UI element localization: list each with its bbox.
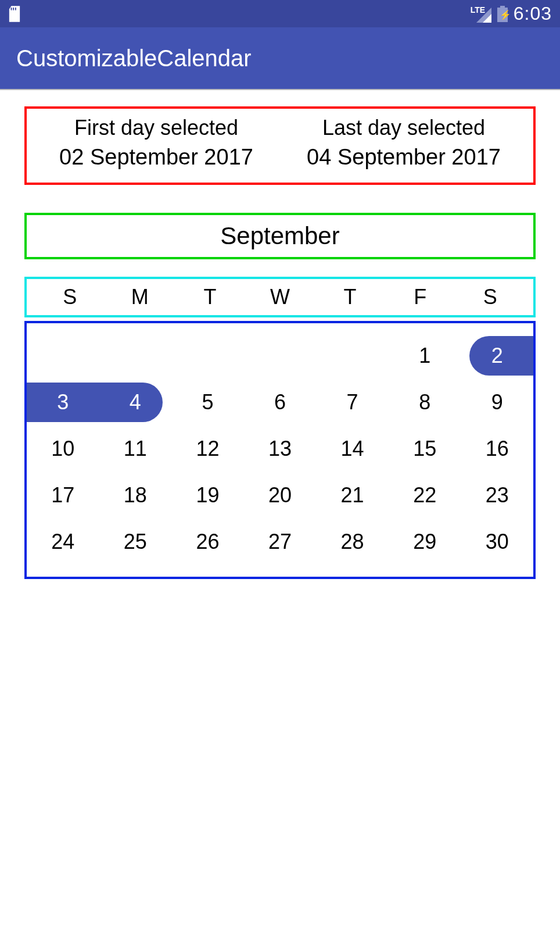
- calendar-day[interactable]: 22: [389, 483, 461, 508]
- day-number: 16: [486, 437, 509, 461]
- calendar-day[interactable]: 26: [171, 530, 244, 554]
- status-bar: LTE ⚡ 6:03: [0, 0, 560, 27]
- month-header[interactable]: September: [24, 213, 536, 259]
- day-number: 28: [341, 530, 364, 554]
- calendar-day[interactable]: 8: [389, 390, 461, 415]
- calendar-day[interactable]: 2: [461, 344, 533, 368]
- calendar-day[interactable]: 10: [27, 437, 99, 461]
- calendar-row: 3456789: [27, 379, 533, 426]
- weekday-wed: W: [245, 285, 315, 309]
- calendar-day[interactable]: 16: [461, 437, 533, 461]
- weekday-mon: M: [105, 285, 175, 309]
- day-number: 7: [347, 390, 358, 415]
- calendar-day[interactable]: 20: [244, 483, 317, 508]
- day-number: 4: [130, 390, 141, 415]
- day-number: 20: [268, 483, 292, 508]
- calendar-day[interactable]: 27: [244, 530, 317, 554]
- day-number: 13: [268, 437, 292, 461]
- calendar-day[interactable]: 1: [389, 344, 461, 368]
- day-number: 3: [57, 390, 69, 415]
- status-left: [8, 6, 21, 22]
- calendar-day[interactable]: 15: [389, 437, 461, 461]
- calendar-day[interactable]: 3: [27, 390, 99, 415]
- last-day-col: Last day selected 04 September 2017: [280, 116, 527, 170]
- day-number: 18: [124, 483, 147, 508]
- day-number: 1: [419, 344, 430, 368]
- calendar-day[interactable]: 9: [461, 390, 533, 415]
- day-number: 14: [341, 437, 364, 461]
- day-number: 29: [413, 530, 436, 554]
- day-number: 24: [51, 530, 74, 554]
- svg-rect-1: [13, 8, 14, 10]
- calendar-day[interactable]: 29: [389, 530, 461, 554]
- day-number: 11: [124, 437, 147, 461]
- day-number: 12: [196, 437, 219, 461]
- calendar-day[interactable]: 12: [171, 437, 244, 461]
- calendar-row: 10111213141516: [27, 426, 533, 472]
- day-number: 25: [124, 530, 147, 554]
- svg-rect-2: [15, 8, 16, 10]
- calendar-day[interactable]: 25: [99, 530, 172, 554]
- weekday-header: S M T W T F S: [24, 277, 536, 317]
- calendar-grid: 1234567891011121314151617181920212223242…: [24, 321, 536, 579]
- app-title: CustomizableCalendar: [16, 45, 252, 72]
- calendar-row: 17181920212223: [27, 472, 533, 519]
- day-number: 17: [51, 483, 74, 508]
- first-day-label: First day selected: [33, 116, 280, 140]
- weekday-thu: T: [315, 285, 385, 309]
- app-bar: CustomizableCalendar: [0, 27, 560, 90]
- battery-icon: ⚡: [497, 6, 508, 22]
- day-number: 8: [419, 390, 430, 415]
- day-number: 5: [202, 390, 213, 415]
- day-number: 27: [268, 530, 292, 554]
- svg-rect-0: [11, 8, 12, 10]
- day-number: 30: [486, 530, 509, 554]
- calendar-day[interactable]: 11: [99, 437, 172, 461]
- month-name: September: [220, 222, 339, 249]
- day-number: 15: [413, 437, 436, 461]
- signal-icon: LTE: [471, 5, 491, 23]
- last-day-date: 04 September 2017: [280, 145, 527, 170]
- calendar-day[interactable]: 30: [461, 530, 533, 554]
- calendar-row: 24252627282930: [27, 519, 533, 565]
- calendar-day[interactable]: 4: [99, 390, 172, 415]
- day-number: 23: [486, 483, 509, 508]
- day-number: 10: [51, 437, 74, 461]
- status-right: LTE ⚡ 6:03: [471, 3, 552, 24]
- weekday-fri: F: [385, 285, 455, 309]
- sd-card-icon: [8, 6, 21, 22]
- calendar-day[interactable]: 24: [27, 530, 99, 554]
- calendar-day[interactable]: 17: [27, 483, 99, 508]
- day-number: 26: [196, 530, 219, 554]
- weekday-sun: S: [35, 285, 105, 309]
- calendar-row: 12: [27, 333, 533, 379]
- day-number: 19: [196, 483, 219, 508]
- calendar-day[interactable]: 6: [244, 390, 317, 415]
- first-day-col: First day selected 02 September 2017: [33, 116, 280, 170]
- calendar-day[interactable]: 19: [171, 483, 244, 508]
- weekday-sat: S: [455, 285, 525, 309]
- day-number: 9: [491, 390, 503, 415]
- selection-summary: First day selected 02 September 2017 Las…: [24, 106, 536, 185]
- content-area: First day selected 02 September 2017 Las…: [0, 90, 560, 579]
- calendar-day[interactable]: 18: [99, 483, 172, 508]
- clock-text: 6:03: [514, 3, 552, 24]
- first-day-date: 02 September 2017: [33, 145, 280, 170]
- day-number: 6: [274, 390, 286, 415]
- day-number: 2: [491, 344, 503, 368]
- calendar-day[interactable]: 7: [316, 390, 389, 415]
- calendar-day[interactable]: 21: [316, 483, 389, 508]
- calendar-day[interactable]: 14: [316, 437, 389, 461]
- calendar-day[interactable]: 23: [461, 483, 533, 508]
- day-number: 22: [413, 483, 436, 508]
- calendar-day[interactable]: 5: [171, 390, 244, 415]
- weekday-tue: T: [175, 285, 245, 309]
- last-day-label: Last day selected: [280, 116, 527, 140]
- calendar-day[interactable]: 28: [316, 530, 389, 554]
- day-number: 21: [341, 483, 364, 508]
- calendar-day[interactable]: 13: [244, 437, 317, 461]
